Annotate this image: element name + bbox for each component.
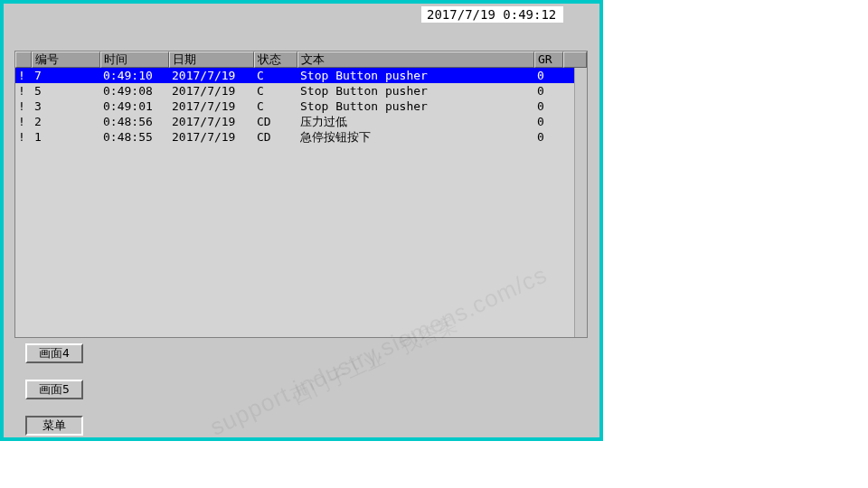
cell-date: 2017/7/19 xyxy=(169,114,254,129)
cell-text: Stop Button pusher xyxy=(297,99,534,114)
table-row[interactable]: !30:49:012017/7/19CStop Button pusher0 xyxy=(15,99,587,114)
table-row[interactable]: !70:49:102017/7/19CStop Button pusher0 xyxy=(15,68,587,83)
table-row[interactable]: !20:48:562017/7/19CD压力过低0 xyxy=(15,114,587,129)
cell-no: 7 xyxy=(32,68,100,83)
table-row[interactable]: !10:48:552017/7/19CD急停按钮按下0 xyxy=(15,129,587,145)
cell-state: C xyxy=(254,99,297,114)
alarm-table-body[interactable]: !70:49:102017/7/19CStop Button pusher0!5… xyxy=(15,68,587,337)
cell-time: 0:49:01 xyxy=(100,99,169,114)
col-no[interactable]: 编号 xyxy=(32,52,100,68)
screen4-button[interactable]: 画面4 xyxy=(25,343,83,363)
cell-gr: 0 xyxy=(534,129,563,145)
col-date[interactable]: 日期 xyxy=(169,52,254,68)
scrollbar-vertical[interactable] xyxy=(574,68,587,337)
alarm-table-header: 编号 时间 日期 状态 文本 GR xyxy=(15,52,587,68)
cell-flag: ! xyxy=(15,68,32,83)
alarm-table: 编号 时间 日期 状态 文本 GR !70:49:102017/7/19CSto… xyxy=(14,51,588,338)
screen5-button[interactable]: 画面5 xyxy=(25,380,83,399)
cell-no: 3 xyxy=(32,99,100,114)
cell-state: CD xyxy=(254,129,297,145)
menu-button[interactable]: 菜单 xyxy=(25,416,83,436)
cell-text: Stop Button pusher xyxy=(297,83,534,99)
cell-gr: 0 xyxy=(534,99,563,114)
cell-time: 0:49:08 xyxy=(100,83,169,99)
cell-flag: ! xyxy=(15,99,32,114)
col-state[interactable]: 状态 xyxy=(254,52,297,68)
hmi-panel: 2017/7/19 0:49:12 编号 时间 日期 状态 文本 GR !70:… xyxy=(0,0,603,441)
cell-time: 0:48:56 xyxy=(100,114,169,129)
col-gr[interactable]: GR xyxy=(534,52,563,68)
cell-date: 2017/7/19 xyxy=(169,99,254,114)
cell-state: CD xyxy=(254,114,297,129)
cell-flag: ! xyxy=(15,129,32,145)
cell-flag: ! xyxy=(15,114,32,129)
cell-state: C xyxy=(254,68,297,83)
cell-date: 2017/7/19 xyxy=(169,129,254,145)
cell-text: Stop Button pusher xyxy=(297,68,534,83)
clock-display: 2017/7/19 0:49:12 xyxy=(421,6,563,23)
hmi-inner: 2017/7/19 0:49:12 编号 时间 日期 状态 文本 GR !70:… xyxy=(4,4,599,437)
col-text[interactable]: 文本 xyxy=(297,52,534,68)
cell-no: 1 xyxy=(32,129,100,145)
cell-text: 急停按钮按下 xyxy=(297,129,534,145)
cell-date: 2017/7/19 xyxy=(169,68,254,83)
cell-time: 0:48:55 xyxy=(100,129,169,145)
col-time[interactable]: 时间 xyxy=(100,52,169,68)
cell-flag: ! xyxy=(15,83,32,99)
cell-state: C xyxy=(254,83,297,99)
cell-date: 2017/7/19 xyxy=(169,83,254,99)
cell-gr: 0 xyxy=(534,83,563,99)
cell-text: 压力过低 xyxy=(297,114,534,129)
cell-no: 2 xyxy=(32,114,100,129)
cell-no: 5 xyxy=(32,83,100,99)
cell-time: 0:49:10 xyxy=(100,68,169,83)
cell-gr: 0 xyxy=(534,114,563,129)
col-flag xyxy=(15,52,32,68)
table-row[interactable]: !50:49:082017/7/19CStop Button pusher0 xyxy=(15,83,587,99)
cell-gr: 0 xyxy=(534,68,563,83)
col-pad xyxy=(563,52,587,68)
